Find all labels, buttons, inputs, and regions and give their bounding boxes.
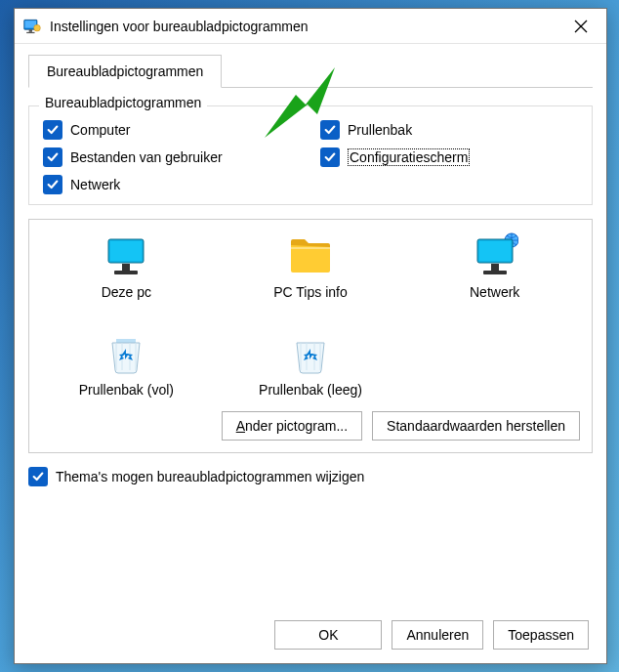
tabstrip: Bureaubladpictogrammen [28, 54, 593, 88]
dialog-window: Instellingen voor bureaubladpictogrammen… [14, 8, 607, 664]
icon-preview-box: Deze pcPC Tips infoNetwerkPrullenbak (vo… [28, 219, 593, 453]
svg-rect-13 [479, 241, 511, 261]
theme-checkbox-label: Thema's mogen bureaubladpictogrammen wij… [56, 469, 364, 484]
recycle-empty-icon [287, 329, 334, 376]
icon-item-label: PC Tips info [273, 284, 347, 300]
close-button[interactable] [563, 13, 598, 40]
checkbox[interactable] [43, 120, 62, 140]
close-icon [574, 20, 588, 33]
checkbox-row: Prullenbak [320, 120, 578, 140]
cancel-button[interactable]: Annuleren [392, 620, 483, 650]
tab-desktop-icons[interactable]: Bureaubladpictogrammen [28, 55, 222, 88]
window-title: Instellingen voor bureaubladpictogrammen [50, 19, 563, 34]
svg-rect-9 [122, 264, 130, 271]
icon-item-recycle-full[interactable]: Prullenbak (vol) [37, 329, 216, 398]
checkbox-label: Computer [70, 122, 130, 138]
icon-item-label: Netwerk [470, 284, 519, 300]
checkbox-groupbox: Bureaubladpictogrammen ComputerPrullenba… [28, 105, 593, 205]
app-icon [22, 17, 42, 36]
restore-defaults-button[interactable]: Standaardwaarden herstellen [372, 411, 580, 441]
svg-rect-15 [483, 271, 507, 274]
checkbox-label: Prullenbak [348, 122, 412, 138]
this-pc-icon [103, 231, 149, 278]
checkbox[interactable] [320, 120, 340, 140]
icon-item-label: Prullenbak (vol) [79, 382, 174, 398]
checkbox[interactable] [43, 175, 62, 194]
apply-button[interactable]: Toepassen [493, 620, 589, 650]
checkbox-label: Netwerk [70, 177, 120, 192]
ok-button[interactable]: OK [274, 620, 382, 650]
checkbox-label: Bestanden van gebruiker [70, 149, 223, 165]
icon-item-user-folder[interactable]: PC Tips info [222, 231, 400, 300]
icon-item-network[interactable]: Netwerk [405, 231, 584, 300]
checkbox[interactable] [320, 147, 340, 167]
svg-rect-14 [491, 264, 499, 271]
network-icon [472, 231, 518, 278]
titlebar: Instellingen voor bureaubladpictogrammen [15, 9, 606, 44]
svg-rect-3 [26, 31, 34, 32]
svg-rect-10 [114, 271, 138, 274]
user-folder-icon [287, 231, 334, 278]
recycle-full-icon [103, 329, 149, 376]
svg-rect-2 [29, 29, 32, 32]
tab-label: Bureaubladpictogrammen [47, 63, 203, 79]
svg-rect-8 [110, 241, 142, 261]
checkbox-grid: ComputerPrullenbakBestanden van gebruike… [43, 120, 578, 194]
dialog-button-bar: OK Annuleren Toepassen [274, 620, 589, 650]
checkbox-row: Computer [43, 120, 301, 140]
theme-checkbox[interactable] [28, 467, 48, 486]
dialog-content: Bureaubladpictogrammen Bureaubladpictogr… [15, 44, 606, 500]
icon-grid: Deze pcPC Tips infoNetwerkPrullenbak (vo… [37, 231, 584, 398]
icon-buttons-row: Ander pictogram... Standaardwaarden hers… [222, 411, 580, 441]
icon-item-label: Prullenbak (leeg) [259, 382, 362, 398]
icon-item-recycle-empty[interactable]: Prullenbak (leeg) [222, 329, 400, 398]
checkbox-label: Configuratiescherm [348, 148, 470, 166]
checkbox-row: Netwerk [43, 175, 301, 194]
theme-permission-row: Thema's mogen bureaubladpictogrammen wij… [28, 467, 593, 486]
svg-point-4 [34, 24, 41, 31]
checkbox-row: Configuratiescherm [320, 147, 578, 167]
checkbox[interactable] [43, 147, 62, 167]
icon-item-this-pc[interactable]: Deze pc [37, 231, 216, 300]
groupbox-title: Bureaubladpictogrammen [39, 95, 207, 110]
icon-item-label: Deze pc [102, 284, 151, 300]
change-icon-button[interactable]: Ander pictogram... [222, 411, 362, 441]
checkbox-row: Bestanden van gebruiker [43, 147, 301, 167]
